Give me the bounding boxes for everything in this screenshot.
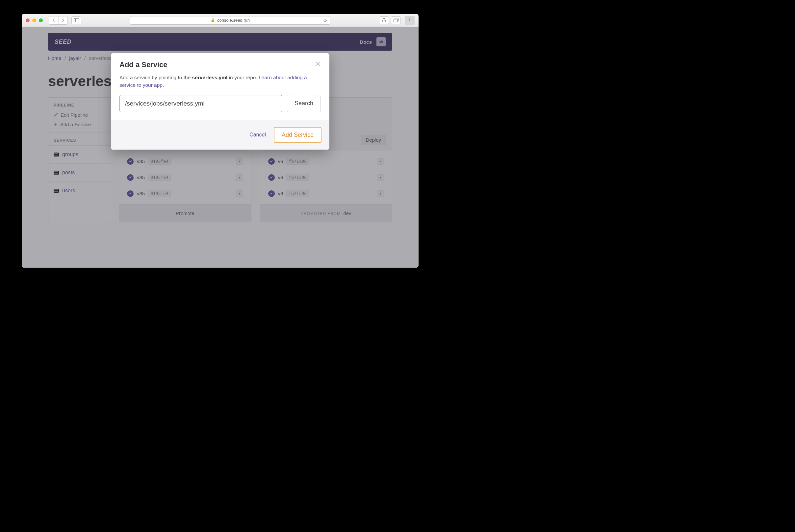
browser-chrome: 🔒 console.seed.run ⟳ +	[22, 14, 419, 27]
tabs-icon[interactable]	[391, 16, 401, 24]
reload-icon[interactable]: ⟳	[323, 18, 328, 23]
share-icon[interactable]	[379, 16, 389, 24]
browser-window: 🔒 console.seed.run ⟳ + SEED Docs air Hom…	[22, 14, 419, 268]
forward-button[interactable]	[58, 16, 68, 24]
modal-description: Add a service by pointing to the serverl…	[119, 74, 321, 89]
zoom-window-icon[interactable]	[39, 18, 43, 22]
svg-rect-3	[393, 19, 397, 22]
service-path-input[interactable]	[119, 95, 282, 112]
search-button[interactable]: Search	[287, 95, 321, 112]
back-button[interactable]	[49, 16, 58, 24]
svg-rect-0	[74, 18, 79, 22]
url-text: console.seed.run	[217, 18, 250, 23]
minimize-window-icon[interactable]	[32, 18, 36, 22]
cancel-button[interactable]: Cancel	[249, 132, 266, 138]
address-bar[interactable]: 🔒 console.seed.run ⟳	[130, 16, 330, 25]
lock-icon: 🔒	[210, 18, 215, 22]
modal-title: Add a Service	[119, 60, 167, 69]
add-service-button[interactable]: Add Service	[274, 127, 321, 143]
new-tab-button[interactable]: +	[405, 16, 414, 25]
close-window-icon[interactable]	[26, 18, 30, 22]
sidebar-toggle-icon[interactable]	[71, 16, 81, 24]
traffic-lights	[26, 18, 43, 22]
close-icon[interactable]: ✕	[315, 60, 321, 68]
add-service-modal: Add a Service ✕ Add a service by pointin…	[111, 53, 329, 150]
right-toolbar	[379, 16, 401, 24]
nav-buttons	[49, 16, 68, 25]
